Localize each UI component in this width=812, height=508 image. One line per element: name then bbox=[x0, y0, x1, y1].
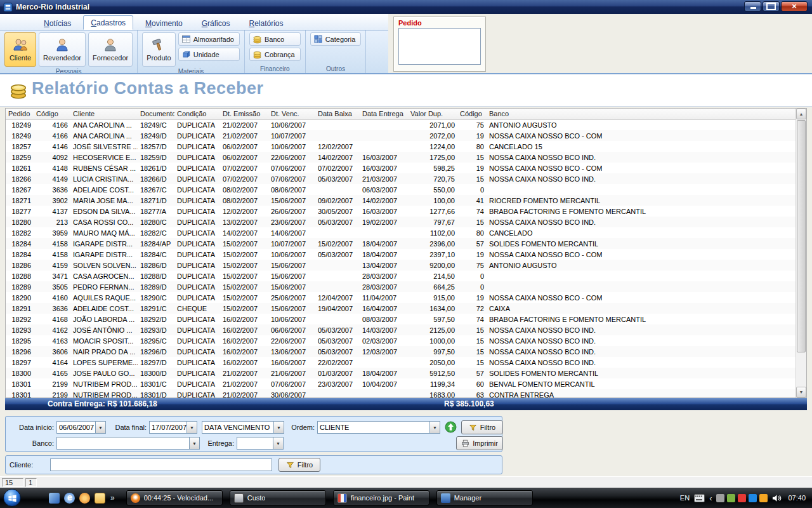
almoxarifado-button[interactable]: Almoxarifado bbox=[178, 32, 240, 46]
revendedor-button[interactable]: Revendedor bbox=[39, 32, 86, 67]
table-row[interactable]: 183012199NUTRIBEM PROD...18301/DDUPLICAT… bbox=[6, 389, 796, 398]
internet-explorer-icon[interactable] bbox=[64, 493, 75, 504]
data-final-select[interactable]: 17/07/2007 bbox=[149, 421, 197, 434]
taskbar-task-financeiro-jpg-paint[interactable]: financeiro.jpg - Paint bbox=[333, 490, 429, 505]
table-row[interactable]: 182673636ADELAIDE COST...18267/CDUPLICAT… bbox=[6, 184, 796, 195]
table-row[interactable]: 182913636ADELAIDE COST...18291/CCHEQUE15… bbox=[6, 303, 796, 314]
data-inicio-select[interactable]: 06/06/2007 bbox=[56, 421, 106, 434]
table-row[interactable]: 18280213CASA ROSSI CO...18280/CDUPLICATA… bbox=[6, 217, 796, 227]
cobranca-button[interactable]: Cobrança bbox=[249, 48, 301, 61]
cliente-input[interactable] bbox=[50, 458, 272, 471]
imprimir-button[interactable]: Imprimir bbox=[456, 436, 503, 450]
table-row[interactable]: 182594092HECOSERVICE E...18259/DDUPLICAT… bbox=[6, 152, 796, 163]
column-header-dt-emissao-5[interactable]: Dt. Emissão bbox=[220, 109, 268, 119]
dropdown-arrow-icon[interactable] bbox=[429, 422, 440, 433]
column-header-banco-11[interactable]: Banco bbox=[487, 109, 796, 119]
table-row[interactable]: 182893505PEDRO FERNAN...18289/DDUPLICATA… bbox=[6, 281, 796, 292]
table-row[interactable]: 182934162JOSÉ ANTÔNIO ...18293/DDUPLICAT… bbox=[6, 324, 796, 335]
close-button[interactable] bbox=[781, 1, 808, 11]
cliente-button[interactable]: Cliente bbox=[4, 32, 36, 67]
media-player-icon[interactable] bbox=[79, 493, 90, 504]
dropdown-arrow-icon[interactable] bbox=[189, 438, 199, 449]
ordem-select[interactable]: CLIENTE bbox=[317, 421, 440, 434]
tab-graficos[interactable]: Gráficos bbox=[195, 17, 237, 30]
table-row[interactable]: 182844158IGARAPE DISTR...18284/CDUPLICAT… bbox=[6, 249, 796, 260]
table-row[interactable]: 182904160AQUILES RAQUE...18290/CDUPLICAT… bbox=[6, 292, 796, 303]
start-button[interactable] bbox=[3, 489, 21, 507]
scroll-up-icon[interactable] bbox=[796, 109, 806, 119]
table-row[interactable]: 182883471CASA AGROCEN...18288/DDUPLICATA… bbox=[6, 271, 796, 281]
taskbar-task-custo[interactable]: Custo bbox=[230, 490, 326, 505]
table-row[interactable]: 182954163MOACIR SPOSIT...18295/CDUPLICAT… bbox=[6, 335, 796, 346]
filtro-button[interactable]: Filtro bbox=[278, 458, 320, 472]
column-header-codigo-10[interactable]: Código bbox=[457, 109, 487, 119]
categoria-button[interactable]: Categoria bbox=[310, 32, 362, 46]
table-cell: NUTRIBEM PROD... bbox=[70, 378, 138, 389]
date-type-select[interactable]: DATA VENCIMENTO bbox=[202, 421, 284, 434]
fornecedor-button[interactable]: Fornecedor bbox=[88, 32, 133, 67]
table-row[interactable]: 183012199NUTRIBEM PROD...18301/CDUPLICAT… bbox=[6, 378, 796, 389]
keyboard-icon[interactable] bbox=[694, 494, 705, 502]
tab-relatorios[interactable]: Relatórios bbox=[242, 17, 290, 30]
column-header-pedido-0[interactable]: Pedido bbox=[6, 109, 34, 119]
tab-cadastros[interactable]: Cadastros bbox=[83, 15, 133, 30]
filtro-button[interactable]: Filtro bbox=[461, 420, 503, 434]
table-row[interactable]: 182494166ANA CAROLINA ...18249/DDUPLICAT… bbox=[6, 130, 796, 141]
unidade-button[interactable]: Unidade bbox=[178, 48, 240, 61]
table-row[interactable]: 182864159SOLVEN SOLVEN...18286/DDUPLICAT… bbox=[6, 260, 796, 271]
column-header-documento-3[interactable]: Documento bbox=[138, 109, 174, 119]
table-row[interactable]: 182974164LOPES SUPERME...18297/DDUPLICAT… bbox=[6, 357, 796, 368]
show-desktop-icon[interactable] bbox=[49, 493, 60, 504]
vertical-scrollbar[interactable] bbox=[796, 109, 806, 398]
maximize-button[interactable] bbox=[763, 1, 780, 11]
tray-icon-4[interactable] bbox=[759, 494, 768, 502]
language-indicator[interactable]: EN bbox=[680, 494, 690, 502]
table-row[interactable]: 182844158IGARAPE DISTR...18284/APDUPLICA… bbox=[6, 238, 796, 249]
banco-select[interactable] bbox=[56, 437, 200, 450]
table-row[interactable]: 182924168JOÃO LABORDA ...18292/DDUPLICAT… bbox=[6, 314, 796, 324]
scroll-thumb[interactable] bbox=[797, 120, 806, 352]
folder-icon[interactable] bbox=[95, 493, 105, 504]
table-cell: 19 bbox=[457, 292, 487, 303]
taskbar-task-00-44-25-velocidad[interactable]: 00:44:25 - Velocidad... bbox=[126, 490, 223, 505]
table-row[interactable]: 183004165JOSE PAULO GO...18300/DDUPLICAT… bbox=[6, 368, 796, 378]
column-header-codigo-1[interactable]: Código bbox=[34, 109, 70, 119]
column-header-condicao-4[interactable]: Condição bbox=[174, 109, 220, 119]
table-row[interactable]: 182774137EDSON DA SILVA...18277/ADUPLICA… bbox=[6, 206, 796, 217]
minimize-button[interactable] bbox=[744, 1, 761, 11]
tray-collapse-icon[interactable] bbox=[709, 493, 712, 503]
table-row[interactable]: 182713902MARIA JOSE MA...18271/DDUPLICAT… bbox=[6, 195, 796, 206]
tray-icon-1[interactable] bbox=[727, 494, 735, 502]
tray-icon-2[interactable] bbox=[738, 494, 746, 502]
table-row[interactable]: 182494166ANA CAROLINA ...18249/CDUPLICAT… bbox=[6, 119, 796, 130]
banco-button[interactable]: Banco bbox=[249, 32, 301, 46]
tray-icon-0[interactable] bbox=[716, 494, 724, 502]
tab-movimento[interactable]: Movimento bbox=[138, 17, 190, 30]
taskbar-task-manager[interactable]: Manager bbox=[436, 490, 533, 505]
entrega-select[interactable] bbox=[237, 437, 284, 450]
column-header-valor-dup-9[interactable]: Valor Dup. bbox=[408, 109, 457, 119]
produto-button[interactable]: Produto bbox=[142, 32, 176, 67]
go-button[interactable] bbox=[445, 421, 457, 433]
tray-icon-3[interactable] bbox=[749, 494, 757, 502]
quicklaunch-expand-icon[interactable] bbox=[110, 493, 115, 502]
volume-icon[interactable] bbox=[772, 494, 782, 502]
table-row[interactable]: 182664149LUCIA CRISTINA...18266/DDUPLICA… bbox=[6, 173, 796, 184]
dropdown-arrow-icon[interactable] bbox=[95, 422, 105, 433]
table-row[interactable]: 182823959MAURO MAQ MÁ...18282/CDUPLICATA… bbox=[6, 227, 796, 238]
table-row[interactable]: 182614148RUBENS CÉSAR ...18261/DDUPLICAT… bbox=[6, 163, 796, 173]
table-cell bbox=[360, 357, 408, 368]
table-row[interactable]: 182963606NAIR PRADO DA ...18296/DDUPLICA… bbox=[6, 346, 796, 357]
scroll-down-icon[interactable] bbox=[796, 387, 806, 398]
column-header-dt-venc-6[interactable]: Dt. Venc. bbox=[268, 109, 315, 119]
column-header-data-baixa-7[interactable]: Data Baixa bbox=[315, 109, 360, 119]
table-cell: 18288/D bbox=[138, 271, 174, 281]
dropdown-arrow-icon[interactable] bbox=[187, 422, 197, 433]
dropdown-arrow-icon[interactable] bbox=[273, 438, 283, 449]
tab-noticias[interactable]: Notícias bbox=[37, 17, 78, 30]
table-row[interactable]: 182574146JOSÉ SILVESTRE ...18257/DDUPLIC… bbox=[6, 141, 796, 152]
column-header-cliente-2[interactable]: Cliente bbox=[70, 109, 138, 119]
dropdown-arrow-icon[interactable] bbox=[273, 422, 284, 433]
pedido-list-box[interactable] bbox=[398, 28, 481, 65]
column-header-data-entrega-8[interactable]: Data Entrega bbox=[360, 109, 408, 119]
